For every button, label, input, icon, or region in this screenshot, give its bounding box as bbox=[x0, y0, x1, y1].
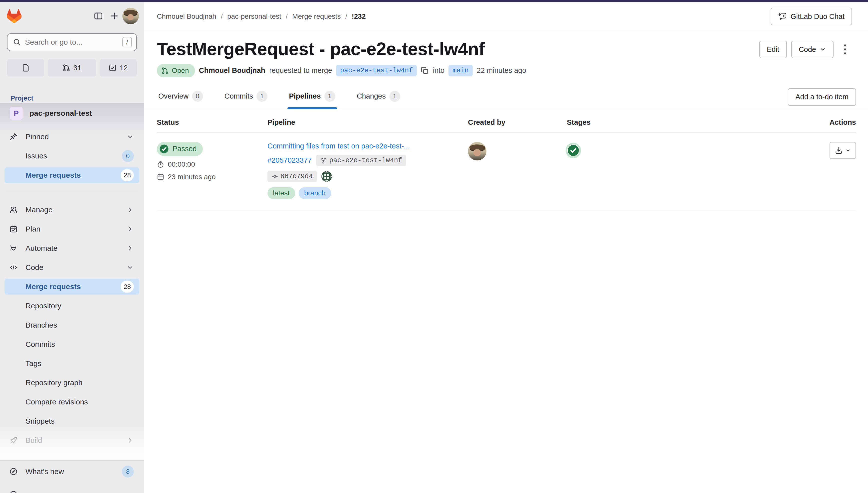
todo-check-icon bbox=[109, 64, 117, 72]
ref-badge[interactable]: pac-e2e-test-lw4nf bbox=[316, 155, 406, 166]
branch-icon bbox=[320, 157, 327, 164]
more-actions-kebab-icon[interactable] bbox=[838, 41, 852, 58]
top-theme-bar bbox=[0, 0, 868, 2]
sidebar-item-plan[interactable]: Plan bbox=[4, 221, 139, 237]
tab-overview[interactable]: Overview 0 bbox=[157, 87, 205, 109]
source-branch-badge[interactable]: pac-e2e-test-lw4nf bbox=[336, 65, 417, 76]
breadcrumb-item[interactable]: pac-personal-test bbox=[227, 13, 281, 20]
download-artifacts-button[interactable] bbox=[829, 142, 856, 159]
tab-label: Changes bbox=[357, 92, 386, 100]
merge-requests-count-badge: 28 bbox=[121, 169, 134, 181]
pin-icon bbox=[9, 133, 18, 141]
sidebar-item-whats-new[interactable]: What's new 8 bbox=[4, 464, 139, 479]
sidebar-item-code[interactable]: Code bbox=[4, 259, 139, 275]
pipeline-info-cell: Committing files from test on pac-e2e-te… bbox=[267, 142, 468, 199]
sidebar-item-compare-revisions[interactable]: Compare revisions bbox=[4, 394, 139, 410]
merge-requests-shortcut-button[interactable]: 31 bbox=[48, 59, 96, 77]
breadcrumb-item[interactable]: Merge requests bbox=[292, 13, 341, 20]
add-todo-label: Add a to-do item bbox=[795, 93, 849, 101]
sidebar-item-help[interactable] bbox=[4, 487, 139, 493]
tab-label: Commits bbox=[225, 92, 253, 100]
target-branch-badge[interactable]: main bbox=[449, 65, 473, 76]
column-header-stages: Stages bbox=[567, 118, 717, 127]
commit-sha-badge[interactable]: 867c79d4 bbox=[267, 171, 317, 182]
creator-avatar[interactable] bbox=[468, 142, 487, 160]
tab-changes[interactable]: Changes 1 bbox=[355, 87, 402, 109]
sidebar-item-issues[interactable]: Issues 0 bbox=[4, 148, 139, 164]
commit-icon bbox=[271, 173, 278, 180]
tab-count: 0 bbox=[192, 91, 203, 102]
sidebar-item-label: Branches bbox=[25, 321, 134, 329]
user-avatar[interactable] bbox=[122, 8, 139, 24]
tab-count: 1 bbox=[256, 91, 267, 102]
stopwatch-icon bbox=[157, 161, 164, 168]
breadcrumb-item[interactable]: Chmouel Boudjnah bbox=[157, 13, 216, 20]
tab-label: Overview bbox=[158, 92, 188, 100]
sidebar-item-snippets[interactable]: Snippets bbox=[4, 413, 139, 429]
pipeline-duration: 00:00:00 bbox=[157, 160, 267, 168]
todos-shortcut-button[interactable]: 12 bbox=[100, 59, 137, 77]
created-by-cell bbox=[468, 142, 567, 199]
copy-icon[interactable] bbox=[421, 67, 429, 74]
pipeline-commit-title-link[interactable]: Committing files from test on pac-e2e-te… bbox=[267, 142, 410, 150]
tab-commits[interactable]: Commits 1 bbox=[223, 87, 269, 109]
mr-state-badge: Open bbox=[157, 64, 195, 77]
chevron-right-icon bbox=[126, 206, 134, 214]
download-icon bbox=[835, 147, 843, 154]
tab-label: Pipelines bbox=[289, 92, 321, 100]
sidebar-item-label: Compare revisions bbox=[25, 398, 134, 406]
sidebar-item-merge-requests-pinned[interactable]: Merge requests 28 bbox=[4, 167, 139, 183]
sidebar-item-automate[interactable]: Automate bbox=[4, 240, 139, 256]
pipelines-table-header: Status Pipeline Created by Stages Action… bbox=[157, 109, 856, 132]
add-todo-button[interactable]: Add a to-do item bbox=[788, 88, 856, 106]
sidebar-item-branches[interactable]: Branches bbox=[4, 317, 139, 333]
sidebar-item-label: Merge requests bbox=[25, 171, 121, 179]
calendar-check-icon bbox=[9, 225, 18, 233]
chevron-down-icon bbox=[845, 148, 851, 153]
duo-chat-label: GitLab Duo Chat bbox=[791, 13, 845, 21]
tab-count: 1 bbox=[389, 91, 400, 102]
sidebar-item-label: Automate bbox=[25, 244, 126, 253]
compass-icon bbox=[9, 468, 18, 475]
sidebar-divider bbox=[6, 191, 138, 191]
pipeline-status-badge[interactable]: Passed bbox=[157, 142, 203, 156]
chevron-down-icon bbox=[126, 264, 134, 271]
sidebar-item-merge-requests[interactable]: Merge requests 28 bbox=[4, 279, 139, 295]
sidebar-shortcuts: 31 12 bbox=[7, 59, 137, 77]
sidebar-item-manage[interactable]: Manage bbox=[4, 202, 139, 218]
tag-branch: branch bbox=[299, 187, 331, 199]
breadcrumb-separator: / bbox=[345, 13, 347, 20]
sidebar-toggle-icon[interactable] bbox=[90, 8, 106, 24]
sidebar-item-label: Plan bbox=[25, 225, 126, 233]
sidebar-item-repository[interactable]: Repository bbox=[4, 298, 139, 314]
chevron-down-icon bbox=[126, 133, 134, 141]
commit-author-identicon[interactable] bbox=[322, 171, 332, 181]
create-new-plus-icon[interactable] bbox=[106, 8, 122, 24]
users-icon bbox=[9, 206, 18, 214]
sidebar-item-repository-graph[interactable]: Repository graph bbox=[4, 375, 139, 391]
gitlab-logo[interactable] bbox=[6, 9, 21, 23]
sidebar-item-commits[interactable]: Commits bbox=[4, 336, 139, 352]
sidebar-item-tags[interactable]: Tags bbox=[4, 356, 139, 371]
code-dropdown-button[interactable]: Code bbox=[791, 41, 833, 58]
sidebar-item-pinned[interactable]: Pinned bbox=[4, 129, 139, 145]
edit-button[interactable]: Edit bbox=[759, 41, 787, 58]
status-success-icon bbox=[159, 144, 169, 154]
pipeline-id-link[interactable]: #2057023377 bbox=[267, 156, 312, 165]
tanuki-ai-icon bbox=[9, 244, 18, 252]
sidebar-item-build[interactable]: Build bbox=[4, 432, 139, 448]
pipeline-row: Passed 00:00:00 23 minutes ago Committin… bbox=[157, 132, 856, 211]
gitlab-duo-chat-button[interactable]: GitLab Duo Chat bbox=[771, 8, 852, 25]
column-header-created-by: Created by bbox=[468, 118, 567, 127]
tab-pipelines[interactable]: Pipelines 1 bbox=[287, 87, 337, 109]
mr-author[interactable]: Chmouel Boudjnah bbox=[199, 66, 265, 74]
search-input[interactable]: Search or go to... / bbox=[7, 33, 137, 51]
sidebar-project-item[interactable]: P pac-personal-test bbox=[4, 105, 139, 122]
stage-success-icon[interactable] bbox=[567, 145, 579, 156]
column-header-pipeline: Pipeline bbox=[267, 118, 468, 127]
project-name: pac-personal-test bbox=[29, 109, 92, 117]
actions-cell bbox=[717, 142, 856, 199]
issues-shortcut-button[interactable] bbox=[7, 59, 44, 77]
commit-sha: 867c79d4 bbox=[281, 173, 313, 180]
project-avatar: P bbox=[9, 107, 23, 120]
